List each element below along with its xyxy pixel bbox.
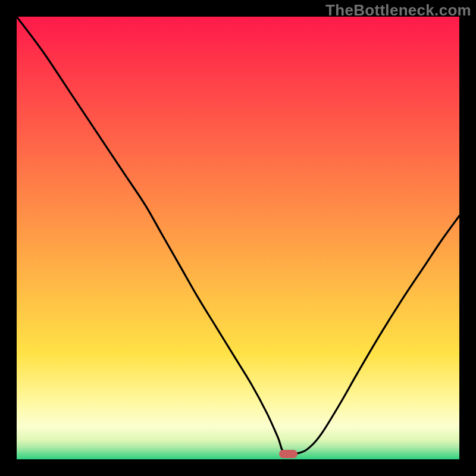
bottleneck-curve — [17, 17, 459, 459]
chart-frame: TheBottleneck.com — [0, 0, 476, 476]
watermark-text: TheBottleneck.com — [325, 1, 471, 20]
plot-area — [17, 17, 459, 459]
optimum-marker — [279, 450, 298, 458]
